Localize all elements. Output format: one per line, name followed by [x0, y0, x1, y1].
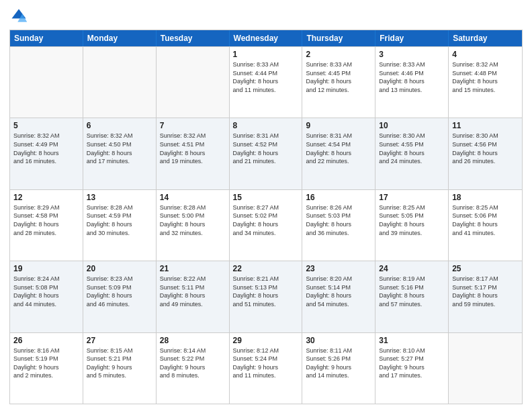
day-info: Sunrise: 8:31 AM Sunset: 4:54 PM Dayligh…	[306, 132, 371, 165]
calendar-header-cell: Sunday	[10, 30, 83, 46]
calendar-cell	[157, 47, 230, 118]
day-info: Sunrise: 8:31 AM Sunset: 4:52 PM Dayligh…	[233, 132, 299, 165]
day-info: Sunrise: 8:32 AM Sunset: 4:48 PM Dayligh…	[452, 60, 519, 94]
calendar-cell: 1Sunrise: 8:33 AM Sunset: 4:44 PM Daylig…	[230, 47, 303, 118]
header	[9, 7, 523, 26]
day-number: 24	[379, 264, 445, 273]
day-info: Sunrise: 8:32 AM Sunset: 4:50 PM Dayligh…	[87, 132, 152, 165]
calendar-header-cell: Monday	[83, 30, 157, 46]
calendar-cell: 29Sunrise: 8:12 AM Sunset: 5:24 PM Dayli…	[230, 333, 303, 404]
calendar-week-row: 12Sunrise: 8:29 AM Sunset: 4:58 PM Dayli…	[10, 189, 522, 261]
calendar: SundayMondayTuesdayWednesdayThursdayFrid…	[9, 30, 523, 404]
day-number: 2	[306, 50, 371, 59]
calendar-week-row: 5Sunrise: 8:32 AM Sunset: 4:49 PM Daylig…	[10, 118, 522, 189]
day-number: 21	[160, 264, 226, 273]
day-info: Sunrise: 8:11 AM Sunset: 5:26 PM Dayligh…	[306, 347, 371, 380]
logo-icon	[9, 7, 28, 26]
day-info: Sunrise: 8:22 AM Sunset: 5:11 PM Dayligh…	[160, 275, 226, 308]
logo	[9, 7, 31, 26]
day-info: Sunrise: 8:27 AM Sunset: 5:02 PM Dayligh…	[233, 203, 299, 237]
calendar-header-cell: Friday	[375, 30, 449, 46]
day-info: Sunrise: 8:30 AM Sunset: 4:55 PM Dayligh…	[379, 132, 445, 165]
calendar-cell: 24Sunrise: 8:19 AM Sunset: 5:16 PM Dayli…	[375, 261, 449, 332]
day-number: 26	[13, 336, 79, 345]
day-info: Sunrise: 8:29 AM Sunset: 4:58 PM Dayligh…	[13, 203, 79, 237]
calendar-cell: 8Sunrise: 8:31 AM Sunset: 4:52 PM Daylig…	[230, 118, 303, 189]
day-info: Sunrise: 8:10 AM Sunset: 5:27 PM Dayligh…	[379, 347, 445, 380]
calendar-cell	[10, 47, 83, 118]
calendar-header-cell: Wednesday	[230, 30, 303, 46]
calendar-cell: 3Sunrise: 8:33 AM Sunset: 4:46 PM Daylig…	[375, 47, 449, 118]
calendar-cell: 10Sunrise: 8:30 AM Sunset: 4:55 PM Dayli…	[375, 118, 449, 189]
day-number: 12	[13, 193, 79, 202]
day-number: 3	[379, 50, 445, 59]
calendar-cell: 15Sunrise: 8:27 AM Sunset: 5:02 PM Dayli…	[230, 190, 303, 261]
day-number: 31	[379, 336, 445, 345]
day-number: 14	[160, 193, 226, 202]
calendar-cell: 23Sunrise: 8:20 AM Sunset: 5:14 PM Dayli…	[302, 261, 375, 332]
day-info: Sunrise: 8:25 AM Sunset: 5:06 PM Dayligh…	[452, 203, 519, 237]
day-info: Sunrise: 8:32 AM Sunset: 4:49 PM Dayligh…	[13, 132, 79, 165]
calendar-cell: 28Sunrise: 8:14 AM Sunset: 5:22 PM Dayli…	[157, 333, 230, 404]
calendar-cell: 9Sunrise: 8:31 AM Sunset: 4:54 PM Daylig…	[302, 118, 375, 189]
day-info: Sunrise: 8:33 AM Sunset: 4:45 PM Dayligh…	[306, 60, 371, 94]
day-info: Sunrise: 8:33 AM Sunset: 4:46 PM Dayligh…	[379, 60, 445, 94]
calendar-cell: 13Sunrise: 8:28 AM Sunset: 4:59 PM Dayli…	[83, 190, 157, 261]
day-number: 6	[87, 121, 152, 130]
calendar-cell	[449, 333, 522, 404]
day-info: Sunrise: 8:28 AM Sunset: 5:00 PM Dayligh…	[160, 203, 226, 237]
calendar-cell: 5Sunrise: 8:32 AM Sunset: 4:49 PM Daylig…	[10, 118, 83, 189]
day-number: 20	[87, 264, 152, 273]
calendar-cell: 20Sunrise: 8:23 AM Sunset: 5:09 PM Dayli…	[83, 261, 157, 332]
calendar-cell: 27Sunrise: 8:15 AM Sunset: 5:21 PM Dayli…	[83, 333, 157, 404]
calendar-cell: 18Sunrise: 8:25 AM Sunset: 5:06 PM Dayli…	[449, 190, 522, 261]
day-info: Sunrise: 8:24 AM Sunset: 5:08 PM Dayligh…	[13, 275, 79, 308]
day-info: Sunrise: 8:14 AM Sunset: 5:22 PM Dayligh…	[160, 347, 226, 380]
calendar-cell: 25Sunrise: 8:17 AM Sunset: 5:17 PM Dayli…	[449, 261, 522, 332]
day-info: Sunrise: 8:17 AM Sunset: 5:17 PM Dayligh…	[452, 275, 519, 308]
day-number: 1	[233, 50, 299, 59]
day-number: 8	[233, 121, 299, 130]
calendar-cell: 11Sunrise: 8:30 AM Sunset: 4:56 PM Dayli…	[449, 118, 522, 189]
day-info: Sunrise: 8:23 AM Sunset: 5:09 PM Dayligh…	[87, 275, 152, 308]
day-info: Sunrise: 8:26 AM Sunset: 5:03 PM Dayligh…	[306, 203, 371, 237]
calendar-cell: 16Sunrise: 8:26 AM Sunset: 5:03 PM Dayli…	[302, 190, 375, 261]
day-number: 17	[379, 193, 445, 202]
day-number: 18	[452, 193, 519, 202]
calendar-cell: 4Sunrise: 8:32 AM Sunset: 4:48 PM Daylig…	[449, 47, 522, 118]
day-number: 10	[379, 121, 445, 130]
day-number: 29	[233, 336, 299, 345]
calendar-cell: 17Sunrise: 8:25 AM Sunset: 5:05 PM Dayli…	[375, 190, 449, 261]
calendar-cell	[83, 47, 157, 118]
day-number: 7	[160, 121, 226, 130]
calendar-body: 1Sunrise: 8:33 AM Sunset: 4:44 PM Daylig…	[10, 46, 522, 404]
calendar-week-row: 19Sunrise: 8:24 AM Sunset: 5:08 PM Dayli…	[10, 261, 522, 332]
calendar-header-row: SundayMondayTuesdayWednesdayThursdayFrid…	[10, 30, 522, 46]
calendar-cell: 21Sunrise: 8:22 AM Sunset: 5:11 PM Dayli…	[157, 261, 230, 332]
calendar-header-cell: Saturday	[449, 30, 522, 46]
day-number: 11	[452, 121, 519, 130]
calendar-header-cell: Thursday	[302, 30, 375, 46]
calendar-cell: 22Sunrise: 8:21 AM Sunset: 5:13 PM Dayli…	[230, 261, 303, 332]
day-number: 15	[233, 193, 299, 202]
day-info: Sunrise: 8:30 AM Sunset: 4:56 PM Dayligh…	[452, 132, 519, 165]
day-info: Sunrise: 8:20 AM Sunset: 5:14 PM Dayligh…	[306, 275, 371, 308]
day-number: 28	[160, 336, 226, 345]
calendar-cell: 2Sunrise: 8:33 AM Sunset: 4:45 PM Daylig…	[302, 47, 375, 118]
day-number: 30	[306, 336, 371, 345]
day-info: Sunrise: 8:25 AM Sunset: 5:05 PM Dayligh…	[379, 203, 445, 237]
day-info: Sunrise: 8:15 AM Sunset: 5:21 PM Dayligh…	[87, 347, 152, 380]
day-info: Sunrise: 8:33 AM Sunset: 4:44 PM Dayligh…	[233, 60, 299, 94]
day-number: 16	[306, 193, 371, 202]
day-info: Sunrise: 8:12 AM Sunset: 5:24 PM Dayligh…	[233, 347, 299, 380]
page: SundayMondayTuesdayWednesdayThursdayFrid…	[0, 0, 532, 411]
calendar-cell: 6Sunrise: 8:32 AM Sunset: 4:50 PM Daylig…	[83, 118, 157, 189]
day-info: Sunrise: 8:19 AM Sunset: 5:16 PM Dayligh…	[379, 275, 445, 308]
day-info: Sunrise: 8:21 AM Sunset: 5:13 PM Dayligh…	[233, 275, 299, 308]
calendar-cell: 26Sunrise: 8:16 AM Sunset: 5:19 PM Dayli…	[10, 333, 83, 404]
calendar-cell: 19Sunrise: 8:24 AM Sunset: 5:08 PM Dayli…	[10, 261, 83, 332]
day-info: Sunrise: 8:16 AM Sunset: 5:19 PM Dayligh…	[13, 347, 79, 380]
calendar-cell: 30Sunrise: 8:11 AM Sunset: 5:26 PM Dayli…	[302, 333, 375, 404]
calendar-cell: 7Sunrise: 8:32 AM Sunset: 4:51 PM Daylig…	[157, 118, 230, 189]
calendar-week-row: 1Sunrise: 8:33 AM Sunset: 4:44 PM Daylig…	[10, 46, 522, 118]
